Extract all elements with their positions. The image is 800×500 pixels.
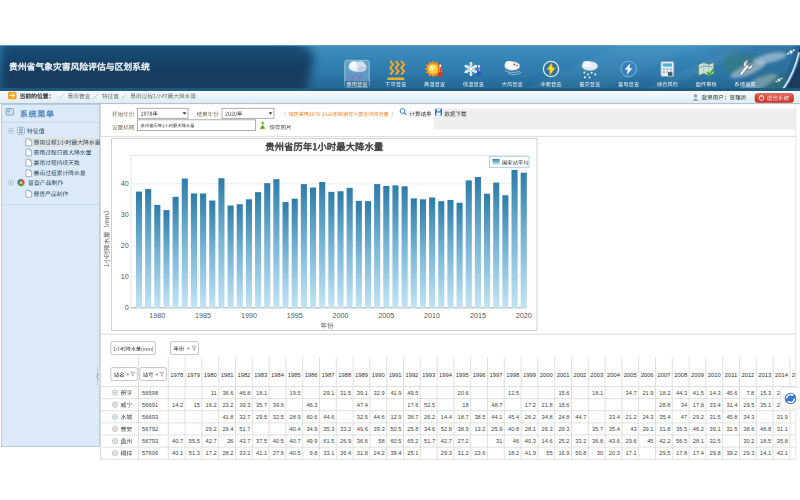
svg-text:42.7: 42.7 [441,438,452,444]
svg-text:1988: 1988 [338,372,351,378]
svg-text:18.5: 18.5 [760,438,771,444]
svg-text:28.1: 28.1 [693,438,704,444]
svg-text:1984: 1984 [271,372,285,378]
svg-text:48.7: 48.7 [491,402,502,408]
svg-text:60.5: 60.5 [390,438,401,444]
svg-text:18.2: 18.2 [659,390,670,396]
svg-text:2005: 2005 [378,311,394,320]
svg-text:17.8: 17.8 [693,402,704,408]
svg-text:20.6: 20.6 [458,390,469,396]
svg-text:31: 31 [496,438,502,444]
svg-text:41.9: 41.9 [525,450,536,456]
svg-text:13.2: 13.2 [474,426,485,432]
svg-text:23.2: 23.2 [222,402,233,408]
svg-text:38.7: 38.7 [407,414,418,420]
svg-text:33.1: 33.1 [323,450,334,456]
svg-text:35.8: 35.8 [777,438,788,444]
svg-text:15.3: 15.3 [760,390,771,396]
svg-text:2013: 2013 [758,372,771,378]
svg-text:32.5: 32.5 [710,438,721,444]
svg-text:35.7: 35.7 [592,426,603,432]
svg-text:29.2: 29.2 [206,426,217,432]
svg-text:39.3: 39.3 [374,426,385,432]
svg-text:29.1: 29.1 [323,390,334,396]
svg-text:1990: 1990 [372,372,385,378]
svg-text:26: 26 [227,438,233,444]
svg-text:34: 34 [681,402,687,408]
svg-text:41.1: 41.1 [256,450,267,456]
svg-text:36.6: 36.6 [357,438,368,444]
svg-text:24.8: 24.8 [558,414,569,420]
svg-text:14.2: 14.2 [172,402,183,408]
svg-text:18.6: 18.6 [558,402,569,408]
svg-text:1994: 1994 [439,372,453,378]
svg-text:49.5: 49.5 [407,390,418,396]
svg-text:42.1: 42.1 [777,450,788,456]
svg-text:49.6: 49.6 [357,426,368,432]
svg-text:40.3: 40.3 [525,438,536,444]
svg-text:2010: 2010 [708,372,721,378]
svg-text:1980: 1980 [149,311,165,320]
svg-text:18: 18 [462,402,468,408]
svg-text:46.3: 46.3 [306,402,317,408]
svg-text:35.1: 35.1 [760,402,771,408]
svg-text:2005: 2005 [624,372,637,378]
svg-text:39.6: 39.6 [273,402,284,408]
svg-text:17.2: 17.2 [206,450,217,456]
svg-text:39.3: 39.3 [239,402,250,408]
svg-text:29.8: 29.8 [710,450,721,456]
svg-text:42.7: 42.7 [206,438,217,444]
svg-text:1995: 1995 [456,372,469,378]
svg-text:17.6: 17.6 [407,402,418,408]
svg-text:40.1: 40.1 [172,450,183,456]
svg-text:17.1: 17.1 [626,450,637,456]
svg-text:25.2: 25.2 [558,438,569,444]
svg-text:56693: 56693 [142,414,158,420]
svg-text:14.3: 14.3 [710,390,721,396]
svg-text:1999: 1999 [523,372,536,378]
svg-text:1990: 1990 [241,311,257,320]
svg-text:40.5: 40.5 [290,450,301,456]
svg-text:14.1: 14.1 [760,450,771,456]
svg-text:18.2: 18.2 [508,450,519,456]
svg-text:50.5: 50.5 [390,426,401,432]
svg-text:29.3: 29.3 [441,450,452,456]
svg-text:21.8: 21.8 [542,402,553,408]
svg-text:32.7: 32.7 [239,414,250,420]
svg-text:44.7: 44.7 [575,414,586,420]
svg-text:2012: 2012 [741,372,754,378]
svg-text:26.2: 26.2 [424,414,435,420]
svg-text:2002: 2002 [573,372,586,378]
svg-text:18.7: 18.7 [458,414,469,420]
svg-text:41.8: 41.8 [222,414,233,420]
svg-text:2014: 2014 [775,372,789,378]
svg-text:34.6: 34.6 [424,426,435,432]
svg-text:29.2: 29.2 [693,414,704,420]
svg-text:14.6: 14.6 [542,438,553,444]
svg-text:39.1: 39.1 [642,426,653,432]
svg-text:29.5: 29.5 [659,450,670,456]
svg-text:18.1: 18.1 [256,390,267,396]
svg-text:45.4: 45.4 [508,414,519,420]
svg-text:31.5: 31.5 [726,426,737,432]
svg-text:31.5: 31.5 [710,414,721,420]
svg-text:52.5: 52.5 [424,402,435,408]
svg-text:2004: 2004 [607,372,621,378]
svg-text:35.4: 35.4 [609,426,620,432]
svg-text:1997: 1997 [489,372,502,378]
svg-text:51.3: 51.3 [189,450,200,456]
svg-text:1980: 1980 [204,372,217,378]
svg-text:47: 47 [681,414,687,420]
svg-text:40.7: 40.7 [172,438,183,444]
svg-text:2003: 2003 [590,372,603,378]
svg-text:7.8: 7.8 [746,390,754,396]
svg-text:29.5: 29.5 [743,402,754,408]
svg-text:34.8: 34.8 [542,414,553,420]
svg-text:25.8: 25.8 [407,426,418,432]
svg-text:44.6: 44.6 [323,414,334,420]
svg-text:39.1: 39.1 [357,390,368,396]
svg-text:40: 40 [121,179,129,188]
svg-text:33.2: 33.2 [575,438,586,444]
svg-text:37.5: 37.5 [256,438,267,444]
svg-text:40.7: 40.7 [290,438,301,444]
